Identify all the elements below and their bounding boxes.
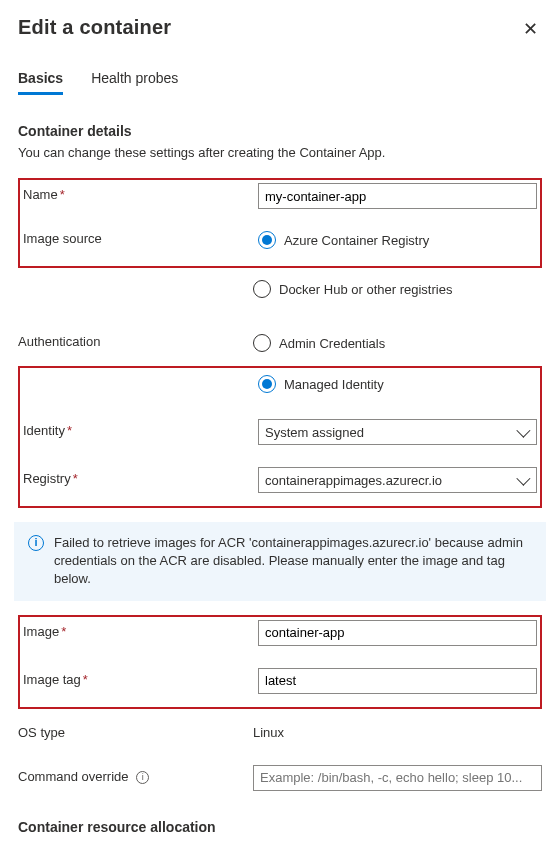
identity-select[interactable]: System assigned [258, 419, 537, 445]
image-source-label: Image source [23, 231, 102, 246]
tab-bar: Basics Health probes [18, 70, 542, 95]
os-type-label: OS type [18, 725, 65, 740]
image-source-acr-label: Azure Container Registry [284, 233, 429, 248]
close-icon[interactable]: ✕ [519, 16, 542, 42]
radio-unchecked-icon [253, 334, 271, 352]
radio-checked-icon [258, 375, 276, 393]
chevron-down-icon [516, 424, 530, 438]
image-source-docker-radio[interactable]: Docker Hub or other registries [253, 276, 542, 302]
auth-admin-radio[interactable]: Admin Credentials [253, 330, 542, 356]
command-override-label: Command override [18, 769, 129, 784]
radio-checked-icon [258, 231, 276, 249]
image-tag-input[interactable] [258, 668, 537, 694]
image-label: Image [23, 624, 59, 639]
required-asterisk: * [60, 187, 65, 202]
os-type-value: Linux [253, 725, 284, 740]
highlight-image-tag: Image* Image tag* [18, 615, 542, 709]
chevron-down-icon [516, 472, 530, 486]
info-hint-icon[interactable]: i [136, 771, 149, 784]
auth-admin-label: Admin Credentials [279, 336, 385, 351]
image-source-acr-radio[interactable]: Azure Container Registry [258, 227, 537, 253]
tab-health-probes[interactable]: Health probes [91, 70, 178, 95]
identity-value: System assigned [265, 425, 364, 440]
registry-label: Registry [23, 471, 71, 486]
panel-title: Edit a container [18, 16, 171, 39]
image-input[interactable] [258, 620, 537, 646]
resource-allocation-heading: Container resource allocation [18, 819, 542, 835]
registry-value: containerappimages.azurecr.io [265, 473, 442, 488]
identity-label: Identity [23, 423, 65, 438]
auth-managed-label: Managed Identity [284, 377, 384, 392]
highlight-auth-identity-registry: Managed Identity Identity* System assign… [18, 366, 542, 508]
authentication-label: Authentication [18, 334, 100, 349]
highlight-name-imagesource: Name* Image source Azure Container Regis… [18, 178, 542, 268]
acr-error-text: Failed to retrieve images for ACR 'conta… [54, 534, 532, 589]
command-override-input[interactable] [253, 765, 542, 791]
auth-managed-radio[interactable]: Managed Identity [258, 371, 537, 397]
container-details-heading: Container details [18, 123, 542, 139]
tab-basics[interactable]: Basics [18, 70, 63, 95]
required-asterisk: * [67, 423, 72, 438]
image-tag-label: Image tag [23, 672, 81, 687]
name-input[interactable] [258, 183, 537, 209]
registry-select[interactable]: containerappimages.azurecr.io [258, 467, 537, 493]
required-asterisk: * [61, 624, 66, 639]
radio-unchecked-icon [253, 280, 271, 298]
name-label: Name [23, 187, 58, 202]
info-icon: i [28, 535, 44, 551]
required-asterisk: * [83, 672, 88, 687]
acr-error-infobox: i Failed to retrieve images for ACR 'con… [14, 522, 546, 601]
required-asterisk: * [73, 471, 78, 486]
image-source-docker-label: Docker Hub or other registries [279, 282, 452, 297]
container-details-subtext: You can change these settings after crea… [18, 145, 542, 160]
